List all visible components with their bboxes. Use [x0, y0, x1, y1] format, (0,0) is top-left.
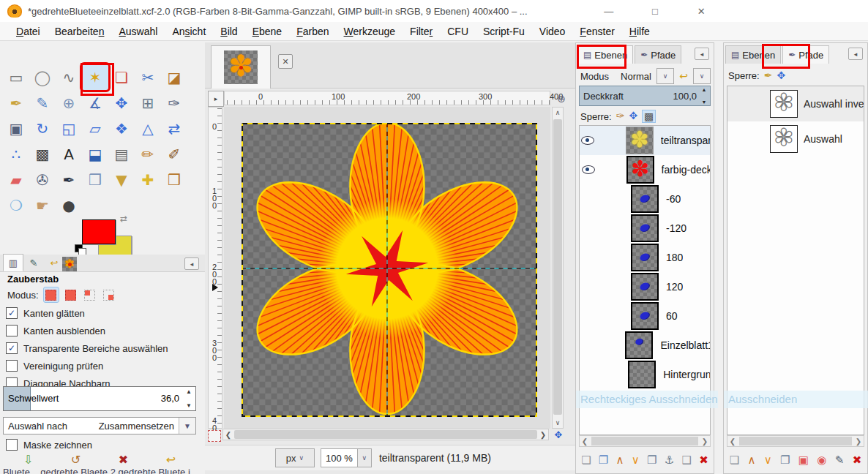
vertical-scroll-thumb[interactable] [553, 119, 562, 415]
tool-options-button[interactable]: ✖ [119, 453, 128, 467]
layers-action-button[interactable]: ⚓ [665, 454, 674, 467]
layers-action-button[interactable]: ❐ [647, 454, 656, 467]
dock-tab[interactable]: ▥ [3, 254, 23, 271]
layer-name[interactable]: farbig-decken [662, 164, 710, 176]
menu-item[interactable]: Ebene [245, 26, 290, 37]
checkbox[interactable] [6, 325, 18, 336]
eye-slot[interactable] [580, 195, 602, 203]
zoom-follow-window-icon[interactable]: ⊕ [555, 92, 568, 105]
tool-button[interactable]: ⇄ [161, 116, 187, 141]
dock-tab-image-thumbnail[interactable] [60, 255, 79, 273]
layers-action-button[interactable]: ❏ [581, 454, 591, 467]
menu-item[interactable]: Video [532, 26, 573, 37]
opacity-slider[interactable]: Deckkraft 100,0 ▲▼ [579, 86, 711, 106]
tool-button[interactable]: ▣ [3, 116, 29, 141]
tool-button[interactable]: ✎ [29, 90, 56, 116]
mode-intersect-button[interactable] [102, 287, 116, 302]
paths-action-button[interactable]: ∧ [747, 454, 755, 467]
tool-button[interactable]: ✚ [135, 167, 161, 192]
tool-option-checkbox-row[interactable]: ✓Kanten glätten [6, 306, 85, 320]
tool-button[interactable]: ▰ [3, 167, 29, 192]
tool-button[interactable]: ✐ [161, 141, 187, 167]
eye-slot[interactable] [580, 136, 596, 145]
panel-collapse-button[interactable]: ◂ [848, 48, 863, 60]
tool-button[interactable]: ◪ [161, 64, 187, 90]
path-row[interactable]: Auswahl [727, 121, 864, 157]
tool-options-button[interactable]: ↩ [166, 453, 176, 467]
panel-collapse-button[interactable]: ◂ [695, 48, 709, 60]
tool-button[interactable]: ❏ [108, 64, 135, 90]
tool-button[interactable]: ❒ [82, 167, 108, 192]
tool-button[interactable]: ◱ [56, 116, 82, 141]
layer-row[interactable]: 180 [580, 243, 710, 272]
checkbox[interactable]: ✓ [6, 342, 18, 354]
image-tab[interactable] [211, 45, 271, 89]
menu-item[interactable]: Ansicht [165, 26, 213, 37]
image-tab-close-icon[interactable]: ✕ [278, 54, 293, 69]
layer-name[interactable]: Einzelblatt1.sv [660, 339, 710, 351]
draw-mask-checkbox-row[interactable]: Maske zeichnen [6, 437, 92, 452]
eye-slot[interactable] [580, 224, 602, 233]
path-name[interactable]: Auswahl invertier [804, 98, 864, 110]
dock-collapse-button[interactable]: ◂ [184, 257, 199, 270]
layers-action-button[interactable]: ∧ [616, 454, 624, 467]
menu-item[interactable]: Bearbeiten [48, 26, 112, 37]
tool-option-checkbox-row[interactable]: Kanten ausblenden [6, 323, 105, 338]
dialog-tab[interactable]: ▤ Ebenen [577, 45, 633, 64]
menu-item[interactable]: Werkzeuge [337, 26, 403, 37]
dialog-tab[interactable]: ▤ Ebenen [725, 45, 781, 64]
layers-action-button[interactable]: ❑ [682, 454, 692, 467]
layer-row[interactable]: 120 [580, 272, 710, 301]
tool-option-checkbox-row[interactable]: ✓Transparente Bereiche auswählen [6, 341, 168, 356]
checkbox[interactable]: ✓ [6, 307, 18, 319]
scroll-left-icon[interactable]: ❮ [223, 429, 233, 440]
tool-options-button[interactable]: ⇩ [23, 453, 33, 467]
tool-button[interactable]: ▩ [29, 141, 56, 167]
tool-button[interactable]: ❍ [3, 192, 29, 218]
paths-action-button[interactable]: ❏ [730, 454, 739, 467]
tool-button[interactable]: ✑ [161, 90, 187, 116]
layer-row[interactable]: farbig-decken [580, 155, 710, 184]
mode-dropdown-button[interactable]: ∨ [656, 68, 674, 84]
threshold-slider[interactable]: Schwellwert 36,0 ▲▼ [3, 386, 196, 411]
dialog-tab[interactable]: ✒ Pfade [782, 45, 829, 64]
layers-action-button[interactable]: ✖ [699, 454, 708, 467]
layers-action-button[interactable]: ∨ [632, 454, 640, 467]
unit-dropdown[interactable]: px ∨ [275, 448, 315, 467]
tool-button[interactable]: ❖ [108, 116, 135, 141]
tool-button[interactable]: ∿ [56, 64, 82, 90]
chevron-down-icon[interactable]: ▼ [179, 418, 195, 434]
ruler-corner-menu-button[interactable]: ▸ [208, 91, 224, 107]
tool-button[interactable]: ✒ [56, 167, 82, 192]
tool-button[interactable]: ✇ [29, 167, 56, 192]
tool-button[interactable]: ⬓ [82, 141, 108, 167]
canvas-image[interactable] [242, 123, 537, 417]
tool-button[interactable]: ✂ [135, 64, 161, 90]
layer-row[interactable]: Einzelblatt1.sv [580, 331, 710, 360]
layer-row[interactable]: Hintergrund [580, 360, 710, 389]
lock-icon[interactable]: ✥ [777, 69, 785, 81]
tool-button[interactable]: ✒ [3, 90, 29, 116]
layer-name[interactable]: 180 [666, 252, 683, 263]
menu-item[interactable]: Fenster [572, 26, 621, 37]
eye-slot[interactable] [580, 312, 602, 320]
mode-subtract-button[interactable] [83, 287, 97, 302]
eye-slot[interactable] [580, 253, 602, 262]
quickmask-toggle[interactable] [208, 430, 221, 442]
tool-button[interactable]: A [56, 141, 82, 167]
mode-replace-button[interactable] [43, 287, 59, 303]
layer-row[interactable]: -60 [580, 184, 710, 214]
tool-option-checkbox-row[interactable]: Vereinigung prüfen [6, 358, 103, 373]
tool-button[interactable]: ❒ [161, 167, 187, 192]
eye-slot[interactable] [580, 282, 602, 291]
eye-slot[interactable] [580, 165, 597, 174]
menu-item[interactable]: Auswahl [111, 26, 165, 37]
mode-add-button[interactable] [64, 287, 78, 302]
menu-item[interactable]: CFU [440, 26, 476, 37]
tool-button[interactable]: ▼ [108, 167, 135, 192]
close-button[interactable]: ✕ [678, 0, 725, 22]
layer-row[interactable]: teiltransparent [580, 126, 710, 155]
path-row[interactable]: Auswahl invertier [727, 86, 864, 121]
vertical-scrollbar[interactable]: ∧ ∨ [552, 107, 564, 429]
scroll-down-icon[interactable]: ∨ [553, 418, 563, 428]
